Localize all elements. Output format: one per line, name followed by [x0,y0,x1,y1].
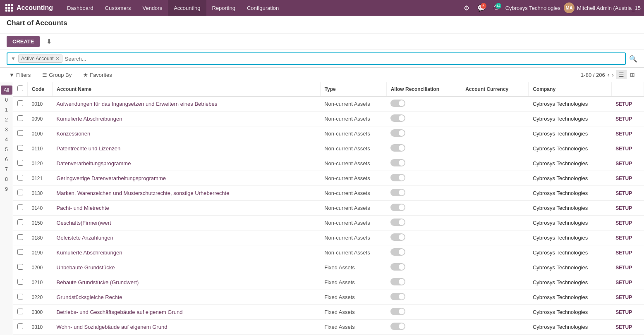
row-checkbox[interactable] [17,219,23,225]
reconciliation-toggle[interactable] [390,144,405,152]
setup-link[interactable]: SETUP [615,235,632,241]
row-setup[interactable]: SETUP [611,305,644,320]
setup-link[interactable]: SETUP [615,220,632,226]
reconciliation-toggle[interactable] [390,100,405,107]
row-account-name[interactable]: Kumulierte Abschreibungen [53,112,321,126]
chat-icon[interactable]: 💬 5 [476,2,487,14]
app-grid-icon[interactable] [3,2,15,14]
nav-configuration[interactable]: Configuration [241,0,285,16]
setup-link[interactable]: SETUP [615,324,632,330]
reconciliation-toggle[interactable] [390,219,405,226]
row-setup[interactable]: SETUP [611,171,644,186]
nav-accounting[interactable]: Accounting [168,0,206,16]
prev-page-button[interactable]: ‹ [608,71,610,78]
nav-dashboard[interactable]: Dashboard [61,0,99,16]
row-reconciliation[interactable] [386,275,461,290]
activity-icon[interactable]: ⏱ 14 [491,2,502,14]
row-account-name[interactable]: Betriebs- und Geschäftsgebäude auf eigen… [53,305,321,320]
settings-icon[interactable]: ⚙ [461,2,472,14]
row-setup[interactable]: SETUP [611,216,644,230]
setup-link[interactable]: SETUP [615,131,632,137]
row-checkbox[interactable] [17,130,23,136]
row-account-name[interactable]: Bebaute Grundstücke (Grundwert) [53,275,321,290]
row-account-name[interactable]: Grundstücksgleiche Rechte [53,290,321,305]
setup-link[interactable]: SETUP [615,280,632,285]
setup-link[interactable]: SETUP [615,116,632,122]
user-menu[interactable]: MA Mitchell Admin (Austria_15 [564,2,641,13]
setup-link[interactable]: SETUP [615,265,632,271]
left-tab-2[interactable]: 2 [1,115,12,124]
reconciliation-toggle[interactable] [390,323,405,330]
row-setup[interactable]: SETUP [611,290,644,305]
row-checkbox[interactable] [17,204,23,210]
reconciliation-toggle[interactable] [390,278,405,285]
row-reconciliation[interactable] [386,216,461,230]
groupby-button[interactable]: ☰ Group By [40,71,74,79]
setup-link[interactable]: SETUP [615,309,632,315]
row-checkbox[interactable] [17,234,23,240]
setup-link[interactable]: SETUP [615,146,632,152]
setup-link[interactable]: SETUP [615,190,632,196]
create-button[interactable]: CREATE [7,36,40,47]
row-account-name[interactable]: Geringwertige Datenverarbeitungsprogramm… [53,171,321,186]
row-setup[interactable]: SETUP [611,186,644,201]
setup-link[interactable]: SETUP [615,101,632,107]
left-tab-4[interactable]: 4 [1,135,12,144]
filters-button[interactable]: ▼ Filters [7,71,33,79]
left-tab-5[interactable]: 5 [1,145,12,154]
row-checkbox[interactable] [17,309,23,314]
row-checkbox[interactable] [17,249,23,255]
reconciliation-toggle[interactable] [390,233,405,241]
row-setup[interactable]: SETUP [611,275,644,290]
row-reconciliation[interactable] [386,156,461,171]
row-checkbox[interactable] [17,115,23,121]
download-button[interactable]: ⬇ [43,36,55,47]
row-reconciliation[interactable] [386,305,461,320]
row-account-name[interactable]: Geleistete Anzahlungen [53,230,321,245]
left-tab-7[interactable]: 7 [1,165,12,174]
setup-link[interactable]: SETUP [615,176,632,181]
row-checkbox[interactable] [17,323,23,329]
row-setup[interactable]: SETUP [611,112,644,126]
row-setup[interactable]: SETUP [611,320,644,335]
reconciliation-toggle[interactable] [390,114,405,122]
row-reconciliation[interactable] [386,141,461,156]
filter-remove-icon[interactable]: ✕ [55,56,60,62]
reconciliation-toggle[interactable] [390,174,405,181]
next-page-button[interactable]: › [612,71,614,78]
row-account-name[interactable]: Patentrechte und Lizenzen [53,141,321,156]
select-all-checkbox[interactable] [17,86,23,91]
row-reconciliation[interactable] [386,171,461,186]
reconciliation-toggle[interactable] [390,293,405,300]
left-tab-1[interactable]: 1 [1,105,12,114]
row-checkbox[interactable] [17,190,23,195]
row-reconciliation[interactable] [386,186,461,201]
nav-reporting[interactable]: Reporting [206,0,241,16]
setup-link[interactable]: SETUP [615,161,632,166]
favorites-button[interactable]: ★ Favorites [81,71,114,79]
row-checkbox[interactable] [17,145,23,151]
row-reconciliation[interactable] [386,260,461,275]
row-checkbox[interactable] [17,264,23,270]
left-tab-0[interactable]: 0 [1,95,12,105]
reconciliation-toggle[interactable] [390,159,405,166]
left-tab-8[interactable]: 8 [1,175,12,184]
row-checkbox[interactable] [17,279,23,285]
row-reconciliation[interactable] [386,201,461,216]
row-setup[interactable]: SETUP [611,230,644,245]
row-setup[interactable]: SETUP [611,260,644,275]
row-checkbox[interactable] [17,294,23,299]
row-reconciliation[interactable] [386,230,461,245]
search-input[interactable] [65,56,622,62]
setup-link[interactable]: SETUP [615,205,632,211]
nav-vendors[interactable]: Vendors [136,0,168,16]
reconciliation-toggle[interactable] [390,263,405,271]
row-checkbox[interactable] [17,160,23,166]
setup-link[interactable]: SETUP [615,250,632,256]
row-checkbox[interactable] [17,175,23,181]
reconciliation-toggle[interactable] [390,204,405,211]
company-name[interactable]: Cybrosys Technologies [505,5,560,11]
row-account-name[interactable]: Aufwendungen für das Ingangsetzen und Er… [53,96,321,112]
row-setup[interactable]: SETUP [611,96,644,112]
row-account-name[interactable]: Geschäfts(Firmen)wert [53,216,321,230]
